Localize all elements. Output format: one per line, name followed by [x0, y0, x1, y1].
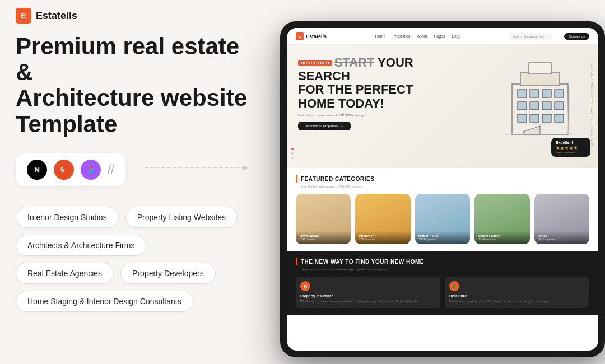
svg-rect-7	[530, 90, 539, 97]
svg-rect-10	[518, 102, 527, 110]
svg-rect-15	[530, 114, 539, 122]
social-facebook: FACEBOOK	[590, 127, 594, 147]
slash-icon: //	[108, 160, 114, 180]
category-office-overlay: Office 540 Properties	[534, 231, 589, 244]
dot-line-decoration	[145, 167, 245, 168]
site-hero: YOUTUBE INSTAGRAM TWITTER FACEBOOK BEST …	[287, 45, 598, 168]
tag-property-listing[interactable]: Property Listing Websites	[125, 207, 238, 228]
svg-rect-16	[542, 114, 551, 122]
site-search[interactable]: Search for properties	[508, 33, 553, 40]
figma-icon	[81, 160, 101, 180]
hero-strike: START	[334, 55, 375, 69]
category-villa[interactable]: Modern Villa 300 Properties	[415, 194, 470, 244]
tag-row-3: Real Estate Agencies Property Developers	[16, 263, 257, 284]
tablet-screen: E Estatelis Home Properties About Pages …	[287, 28, 598, 351]
feature-price-desc: Unsure about property pricing? No worrie…	[449, 300, 585, 304]
category-family-overlay: Single Family 834 Properties	[474, 231, 529, 244]
site-nav: Home Properties About Pages Blog	[338, 34, 497, 38]
cat-apartment-count: 57 Properties	[359, 237, 407, 241]
svg-line-23	[569, 86, 570, 133]
feature-insurance-icon: 🏠	[300, 281, 310, 291]
hero-line3: HOME TODAY!	[298, 96, 384, 110]
tag-property-dev[interactable]: Property Developers	[120, 263, 216, 284]
hero-heading: BEST OFFERSTART YOUR SEARCH FOR THE PERF…	[298, 56, 455, 110]
nav-about[interactable]: About	[417, 34, 427, 38]
newway-title: THE NEW WAY TO FIND YOUR NEW HOME	[301, 259, 424, 265]
site-header: E Estatelis Home Properties About Pages …	[287, 28, 598, 45]
newway-header: THE NEW WAY TO FIND YOUR NEW HOME	[296, 258, 589, 265]
hero-cta-button[interactable]: Discover all Properties →	[298, 122, 351, 130]
review-label: Excellent	[556, 141, 586, 144]
tag-interior-design[interactable]: Interior Design Studios	[16, 207, 119, 228]
categories-title: FEATURED CATEGORIES	[301, 176, 374, 182]
social-youtube: YOUTUBE	[590, 62, 594, 79]
newway-subtitle: Unlock your dream home with our expert g…	[301, 268, 589, 271]
nav-properties[interactable]: Properties	[392, 34, 410, 38]
svg-rect-14	[518, 114, 527, 122]
newway-orange-bar	[296, 258, 297, 265]
categories-grid: Town House 15 Properties Apartment 57 Pr…	[296, 194, 589, 244]
feature-insurance-desc: We offer our customer property protectio…	[300, 300, 436, 304]
site-logo-mark: E	[296, 32, 304, 40]
tag-real-estate[interactable]: Real Estate Agencies	[16, 263, 114, 284]
feature-insurance: 🏠 Property Insurance We offer our custom…	[296, 277, 440, 308]
category-office[interactable]: Office 540 Properties	[534, 194, 589, 244]
svg-rect-11	[530, 102, 539, 110]
dot-arrow-decoration: ▶	[243, 164, 248, 171]
nav-home[interactable]: Home	[375, 34, 386, 38]
category-townhouse-overlay: Town House 15 Properties	[296, 231, 351, 244]
category-apartment[interactable]: Apartment 57 Properties	[355, 194, 410, 244]
site-contact-btn[interactable]: Contact us	[564, 33, 589, 40]
svg-rect-12	[542, 102, 551, 110]
svg-rect-6	[518, 90, 527, 97]
nav-blog[interactable]: Blog	[452, 34, 460, 38]
hero-building-image	[495, 50, 585, 140]
scroll-indicator	[291, 148, 294, 159]
logo-text: Estatelis	[36, 10, 77, 22]
newway-section: THE NEW WAY TO FIND YOUR NEW HOME Unlock…	[287, 251, 598, 315]
svg-point-4	[91, 168, 94, 171]
tablet-frame: E Estatelis Home Properties About Pages …	[280, 21, 605, 357]
svg-rect-8	[542, 90, 551, 97]
category-family[interactable]: Single Family 834 Properties	[474, 194, 529, 244]
cat-townhouse-count: 15 Properties	[299, 237, 347, 241]
nav-pages[interactable]: Pages	[434, 34, 445, 38]
site-logo: E Estatelis	[296, 32, 327, 40]
hero-social-sidebar: YOUTUBE INSTAGRAM TWITTER FACEBOOK	[590, 62, 594, 147]
review-badge: Excellent ★★★★★ From 3,264 reviews	[551, 138, 590, 157]
review-count: From 3,264 reviews	[556, 151, 586, 154]
logo-mark: E	[16, 8, 31, 24]
review-stars: ★★★★★	[556, 146, 586, 151]
tags-container: Interior Design Studios Property Listing…	[16, 207, 257, 312]
svg-text:5: 5	[61, 166, 64, 174]
scroll-dot-3	[291, 157, 294, 159]
scroll-dot-1	[291, 148, 294, 150]
hero-line2: FOR THE PERFECT	[298, 82, 413, 96]
cat-office-count: 540 Properties	[538, 237, 586, 241]
feature-price-title: Best Price	[449, 294, 585, 298]
category-townhouse[interactable]: Town House 15 Properties	[296, 194, 351, 244]
hero-subtext: Your dream home awaits in 745,000+ listi…	[298, 114, 399, 117]
tag-row-4: Home Staging & Interior Design Consultan…	[16, 291, 257, 312]
hero-badge: BEST OFFER	[298, 60, 332, 66]
tag-home-staging[interactable]: Home Staging & Interior Design Consultan…	[16, 291, 193, 312]
social-instagram: INSTAGRAM	[590, 82, 594, 104]
tech-icons-row: N 5 //	[16, 153, 125, 186]
svg-rect-19	[520, 73, 560, 85]
features-grid: 🏠 Property Insurance We offer our custom…	[296, 277, 589, 308]
feature-price-icon: 💲	[449, 281, 459, 291]
social-twitter: TWITTER	[590, 108, 594, 124]
category-apartment-overlay: Apartment 57 Properties	[355, 231, 410, 244]
device-mockup: E Estatelis Home Properties About Pages …	[258, 10, 605, 357]
site-logo-name: Estatelis	[306, 34, 327, 39]
svg-rect-17	[555, 114, 564, 122]
tag-architects[interactable]: Architects & Architecture Firms	[16, 235, 146, 256]
svg-rect-20	[529, 63, 551, 74]
left-content: Premium real estate & Architecture websi…	[16, 34, 257, 312]
orange-bar	[296, 175, 297, 183]
nextjs-icon: N	[27, 160, 47, 180]
svg-rect-9	[555, 90, 564, 97]
main-heading: Premium real estate & Architecture websi…	[16, 34, 257, 137]
html5-icon: 5	[54, 160, 74, 180]
categories-subtitle: Your dream home awaits in 745,000+ listi…	[301, 185, 589, 188]
